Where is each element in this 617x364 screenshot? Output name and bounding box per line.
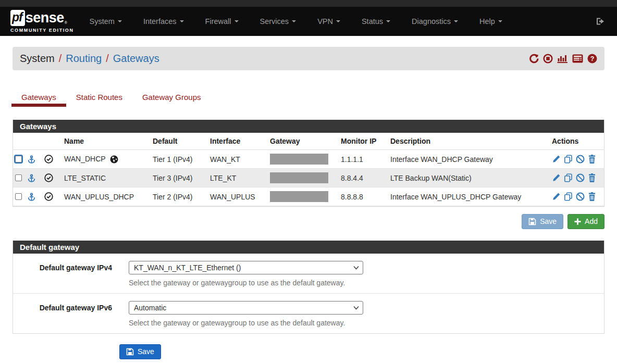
chevron-down-icon <box>118 20 122 22</box>
default-gateway-panel-title: Default gateway <box>13 241 604 254</box>
gateway-address-redacted <box>270 172 328 183</box>
edition-label: COMMUNITY EDITION <box>10 28 74 33</box>
pencil-icon[interactable] <box>552 192 561 201</box>
gateway-default-tier: Tier 2 (IPv4) <box>151 187 208 206</box>
help-icon[interactable]: ? <box>587 54 597 64</box>
default-gateway-ipv6-help: Select the gateway or gatewaygroup to us… <box>129 319 363 327</box>
check-circle-icon <box>44 155 53 164</box>
gateway-monitor-ip: 8.8.4.4 <box>339 169 388 187</box>
chevron-down-icon <box>353 266 359 270</box>
table-row: LTE_STATIC Tier 3 (IPv4) LTE_KT 8.8.4.4 … <box>13 169 604 187</box>
gateway-interface: WAN_KT <box>208 150 268 169</box>
breadcrumb-separator: / <box>106 53 109 65</box>
gateway-address-redacted <box>270 191 328 202</box>
gateways-table: Name Default Interface Gateway Monitor I… <box>13 133 604 206</box>
copy-icon[interactable] <box>564 192 573 201</box>
menu-diagnostics[interactable]: Diagnostics <box>412 17 458 26</box>
main-menu: System Interfaces Firewall Services VPN … <box>90 17 524 26</box>
tab-gateway-groups[interactable]: Gateway Groups <box>132 88 211 107</box>
gateways-panel: Gateways Name Default Interface Gateway … <box>13 120 604 207</box>
top-navbar: pfsense® COMMUNITY EDITION System Interf… <box>0 0 617 36</box>
gateway-name: WAN_UPLUS_DHCP <box>64 193 134 201</box>
row-checkbox[interactable] <box>15 156 22 162</box>
breadcrumb-separator: / <box>59 53 62 65</box>
log-icon[interactable] <box>572 54 583 64</box>
breadcrumb-routing[interactable]: Routing <box>66 53 102 65</box>
check-circle-icon <box>44 173 53 182</box>
tab-static-routes[interactable]: Static Routes <box>66 88 132 107</box>
pf-logo-box: pf <box>10 10 25 26</box>
menu-vpn[interactable]: VPN <box>317 17 340 26</box>
tab-gateways[interactable]: Gateways <box>11 88 66 107</box>
pencil-icon[interactable] <box>552 155 561 164</box>
gateway-monitor-ip: 1.1.1.1 <box>339 150 388 169</box>
menu-interfaces[interactable]: Interfaces <box>143 17 184 26</box>
ban-icon[interactable] <box>576 155 585 164</box>
gateway-description: Interface WAN_UPLUS_DHCP Gateway <box>388 187 550 206</box>
col-actions: Actions <box>550 133 604 150</box>
default-gateway-ipv6-label: Default gateway IPv6 <box>13 301 112 327</box>
trash-icon[interactable] <box>588 192 596 201</box>
globe-icon <box>110 155 118 164</box>
pfsense-logo[interactable]: pfsense® COMMUNITY EDITION <box>10 10 74 33</box>
chevron-down-icon <box>235 20 239 22</box>
stop-circle-icon[interactable] <box>543 54 553 64</box>
table-row: WAN_DHCP Tier 1 (IPv4) WAN_KT 1.1.1.1 In… <box>13 150 604 169</box>
default-gateway-ipv6-select[interactable]: Automatic <box>129 301 363 315</box>
plus-icon <box>574 218 581 225</box>
default-gateway-ipv4-help: Select the gateway or gatewaygroup to us… <box>129 279 363 287</box>
default-gateway-panel: Default gateway Default gateway IPv4 KT_… <box>13 241 604 334</box>
registered-mark: ® <box>65 21 67 24</box>
anchor-icon[interactable] <box>27 173 36 183</box>
col-monitor-ip: Monitor IP <box>339 133 388 150</box>
bar-chart-icon[interactable] <box>557 54 568 64</box>
ban-icon[interactable] <box>576 173 585 182</box>
chevron-down-icon <box>498 20 502 22</box>
gateway-interface: WAN_UPLUS <box>208 187 268 206</box>
svg-text:?: ? <box>590 55 595 62</box>
breadcrumb: System / Routing / Gateways <box>13 47 604 70</box>
table-header-row: Name Default Interface Gateway Monitor I… <box>13 133 604 150</box>
row-checkbox[interactable] <box>15 174 22 181</box>
copy-icon[interactable] <box>564 173 573 182</box>
gateway-interface: LTE_KT <box>208 169 268 187</box>
add-gateway-button[interactable]: Add <box>567 214 604 229</box>
breadcrumb-gateways[interactable]: Gateways <box>113 53 159 65</box>
check-circle-icon <box>44 192 53 201</box>
row-checkbox[interactable] <box>15 193 22 200</box>
default-gateway-ipv4-select[interactable]: KT_WAN_n_KT_LTE_Ethernet () <box>129 261 363 274</box>
gateway-description: LTE Backup WAN(Static) <box>388 169 550 187</box>
col-gateway: Gateway <box>268 133 339 150</box>
pencil-icon[interactable] <box>552 173 561 182</box>
chevron-down-icon <box>180 20 184 22</box>
menu-system[interactable]: System <box>90 17 122 26</box>
chevron-down-icon <box>386 20 390 22</box>
menu-firewall[interactable]: Firewall <box>205 17 239 26</box>
menu-help[interactable]: Help <box>479 17 502 26</box>
col-interface: Interface <box>208 133 268 150</box>
page-tabs: Gateways Static Routes Gateway Groups <box>11 88 604 107</box>
trash-icon[interactable] <box>588 155 596 164</box>
anchor-icon[interactable] <box>27 192 36 202</box>
chevron-down-icon <box>353 306 359 310</box>
col-name: Name <box>62 133 151 150</box>
gateways-panel-title: Gateways <box>13 120 604 133</box>
save-icon <box>528 218 536 225</box>
default-gateway-ipv6-row: Default gateway IPv6 Automatic Select th… <box>13 293 604 333</box>
save-gateways-button[interactable]: Save <box>522 214 563 229</box>
menu-status[interactable]: Status <box>362 17 390 26</box>
anchor-icon[interactable] <box>27 155 36 164</box>
ban-icon[interactable] <box>576 192 585 201</box>
save-default-gateway-button[interactable]: Save <box>119 344 161 359</box>
sign-out-icon[interactable] <box>596 17 606 26</box>
copy-icon[interactable] <box>564 155 573 164</box>
chevron-down-icon <box>292 20 296 22</box>
save-icon <box>126 348 134 356</box>
table-row: WAN_UPLUS_DHCP Tier 2 (IPv4) WAN_UPLUS 8… <box>13 187 604 206</box>
gateway-default-tier: Tier 1 (IPv4) <box>151 150 208 169</box>
brand-text: sense <box>26 11 64 25</box>
col-description: Description <box>388 133 550 150</box>
trash-icon[interactable] <box>588 173 596 182</box>
menu-services[interactable]: Services <box>260 17 297 26</box>
refresh-icon[interactable] <box>529 54 539 64</box>
